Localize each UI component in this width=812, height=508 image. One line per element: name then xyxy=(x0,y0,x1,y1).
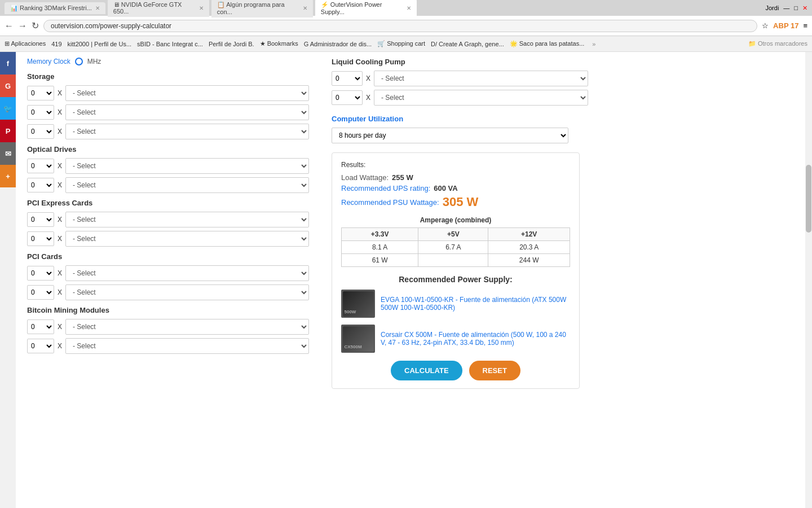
memory-clock-icon[interactable] xyxy=(75,58,83,65)
reload-button[interactable]: ↻ xyxy=(32,20,39,31)
pci-x-0: X xyxy=(58,269,62,277)
pump-x-1: X xyxy=(366,94,370,102)
right-panel: Liquid Cooling Pump 01 X - Select 01 X -… xyxy=(320,52,812,508)
tab-2-close[interactable]: ✕ xyxy=(303,5,307,11)
more-button[interactable]: + xyxy=(0,165,16,187)
email-button[interactable]: ✉ xyxy=(0,142,16,165)
utilization-select[interactable]: 8 hours per day 4 hours per day 24 hours… xyxy=(332,128,568,143)
optical-select-0[interactable]: - Select xyxy=(65,158,309,174)
optical-select-1[interactable]: - Select xyxy=(65,177,309,193)
close-button[interactable]: ✕ xyxy=(802,5,807,12)
forward-button[interactable]: → xyxy=(18,21,27,31)
optical-qty-1[interactable]: 01 xyxy=(27,178,54,192)
bookmark-bookmarks[interactable]: ★ Bookmarks xyxy=(260,40,298,47)
pci-express-select-1[interactable]: - Select xyxy=(65,231,309,247)
bookmark-sbid[interactable]: sBID - Banc Integrat c... xyxy=(137,41,203,47)
bookmark-graph[interactable]: D/ Create A Graph, gene... xyxy=(431,41,504,47)
pump-select-1[interactable]: - Select xyxy=(374,90,588,106)
pump-x-0: X xyxy=(366,75,370,82)
maximize-button[interactable]: □ xyxy=(794,5,798,11)
storage-select-1[interactable]: - Select xyxy=(65,104,309,120)
product-1-image: 500W xyxy=(341,290,375,318)
storage-select-0[interactable]: - Select xyxy=(65,85,309,101)
button-row: CALCULATE RESET xyxy=(341,361,570,380)
scrollbar-thumb[interactable] xyxy=(806,165,811,233)
bookmark-apps[interactable]: ⊞ Aplicaciones xyxy=(5,40,46,47)
bitcoin-row-0: 01 X - Select xyxy=(27,319,309,335)
amp-5v-value: 6.7 A xyxy=(418,241,488,254)
reset-button[interactable]: RESET xyxy=(469,361,520,380)
memory-clock-row: Memory Clock MHz xyxy=(27,58,309,65)
facebook-button[interactable]: f xyxy=(0,52,16,75)
pinterest-button[interactable]: P xyxy=(0,120,16,142)
twitter-button[interactable]: 🐦 xyxy=(0,97,16,120)
pci-select-0[interactable]: - Select xyxy=(65,265,309,281)
google-plus-button[interactable]: G xyxy=(0,75,16,97)
tab-1-close[interactable]: ✕ xyxy=(199,5,204,11)
pump-qty-0[interactable]: 01 xyxy=(332,71,363,86)
product-2-item: CX500M Corsair CX 500M - Fuente de alime… xyxy=(341,325,570,353)
bookmark-star[interactable]: ☆ xyxy=(762,21,769,30)
extensions-icon[interactable]: ABP 17 xyxy=(773,21,798,30)
scrollbar[interactable] xyxy=(805,52,812,508)
optical-qty-0[interactable]: 01 xyxy=(27,159,54,173)
pci-select-1[interactable]: - Select xyxy=(65,284,309,300)
amp-header-12v: +12V xyxy=(488,228,570,241)
pci-express-qty-1[interactable]: 01 xyxy=(27,231,54,246)
storage-row-1: 01 X - Select xyxy=(27,104,309,120)
storage-qty-1[interactable]: 01 xyxy=(27,105,54,120)
pci-express-title: PCI Express Cards xyxy=(27,199,309,207)
storage-qty-2[interactable]: 01 xyxy=(27,124,54,139)
product-2-link[interactable]: Corsair CX 500M - Fuente de alimentación… xyxy=(381,331,570,347)
amperage-section: Amperage (combined) +3.3V +5V +12V 8.1 A xyxy=(341,216,570,267)
bookmark-419[interactable]: 419 xyxy=(51,41,61,47)
pci-express-qty-0[interactable]: 01 xyxy=(27,212,54,227)
pci-express-row-0: 01 X - Select xyxy=(27,212,309,227)
minimize-button[interactable]: — xyxy=(783,5,789,11)
bookmark-jordi[interactable]: Perfil de Jordi B. xyxy=(209,41,254,47)
tab-0-close[interactable]: ✕ xyxy=(95,5,100,11)
bitcoin-qty-0[interactable]: 01 xyxy=(27,319,54,334)
bitcoin-select-0[interactable]: - Select xyxy=(65,319,309,335)
pci-express-select-0[interactable]: - Select xyxy=(65,212,309,227)
bitcoin-qty-1[interactable]: 01 xyxy=(27,339,54,353)
bitcoin-select-1[interactable]: - Select xyxy=(65,338,309,354)
pci-title: PCI Cards xyxy=(27,252,309,261)
tab-2[interactable]: 📋 Algún programa para con... ✕ xyxy=(211,0,313,17)
amp-12v-value: 20.3 A xyxy=(488,241,570,254)
bookmark-folder[interactable]: 📁 Otros marcadores xyxy=(748,40,807,47)
bookmark-saco[interactable]: 🌟 Saco para las patatas... xyxy=(510,40,585,47)
psu-row: Recommended PSU Wattage: 305 W xyxy=(341,195,570,209)
tab-3[interactable]: ⚡ OuterVision Power Supply... ✕ xyxy=(315,0,417,17)
bitcoin-title: Bitcoin Mining Modules xyxy=(27,306,309,314)
product-1-link[interactable]: EVGA 100-W1-0500-KR - Fuente de alimenta… xyxy=(381,296,570,312)
pump-select-0[interactable]: - Select xyxy=(374,71,588,86)
optical-row-0: 01 X - Select xyxy=(27,158,309,174)
calculate-button[interactable]: CALCULATE xyxy=(391,361,462,380)
optical-x-1: X xyxy=(58,181,62,189)
pump-qty-1[interactable]: 01 xyxy=(332,90,363,105)
bookmark-admin[interactable]: G Administrador de dis... xyxy=(304,41,372,47)
back-button[interactable]: ← xyxy=(5,21,14,31)
bitcoin-row-1: 01 X - Select xyxy=(27,338,309,354)
tab-1[interactable]: 🖥 NVIDIA GeForce GTX 650... ✕ xyxy=(108,0,209,17)
storage-row-0: 012 X - Select xyxy=(27,85,309,101)
bitcoin-x-0: X xyxy=(58,323,62,331)
bookmark-shopping[interactable]: 🛒 Shopping cart xyxy=(377,40,425,47)
more-bookmarks[interactable]: » xyxy=(592,41,595,47)
window-controls: Jordi — □ ✕ xyxy=(766,5,808,12)
bookmark-kitt[interactable]: kitt2000 | Perfil de Us... xyxy=(68,41,132,47)
pci-qty-0[interactable]: 01 xyxy=(27,266,54,281)
tab-0[interactable]: 📊 Ranking 3DMark Firestri... ✕ xyxy=(5,2,105,14)
pci-qty-1[interactable]: 01 xyxy=(27,285,54,300)
url-input[interactable] xyxy=(43,20,757,32)
storage-qty-0[interactable]: 012 xyxy=(27,86,54,100)
left-panel: Memory Clock MHz Storage 012 X - Select … xyxy=(16,52,320,508)
tab-3-close[interactable]: ✕ xyxy=(407,5,411,11)
storage-select-2[interactable]: - Select xyxy=(65,124,309,139)
bookmarks-bar: ⊞ Aplicaciones 419 kitt2000 | Perfil de … xyxy=(0,36,812,52)
page-content: Memory Clock MHz Storage 012 X - Select … xyxy=(16,52,812,508)
memory-clock-label: Memory Clock xyxy=(27,58,70,65)
menu-icon[interactable]: ≡ xyxy=(803,21,807,30)
results-label: Results: xyxy=(341,161,570,169)
